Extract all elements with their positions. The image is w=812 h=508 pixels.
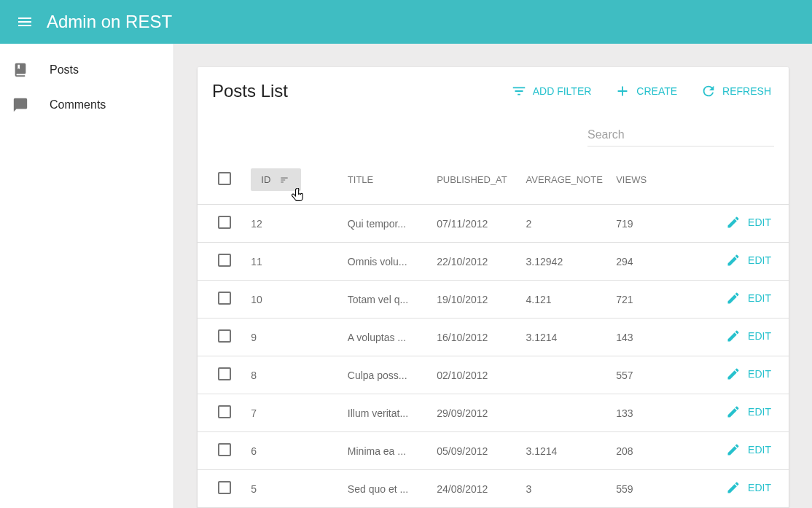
cell-views: 719 [616, 218, 633, 230]
pencil-icon [726, 215, 741, 230]
edit-button[interactable]: EDIT [726, 367, 771, 381]
row-checkbox[interactable] [218, 443, 231, 456]
edit-label: EDIT [748, 330, 771, 342]
row-checkbox[interactable] [218, 329, 231, 343]
cell-published-at: 22/10/2012 [437, 256, 488, 267]
edit-label: EDIT [748, 444, 771, 456]
cell-title: Qui tempor... [348, 218, 406, 230]
cell-views: 721 [616, 294, 633, 305]
edit-label: EDIT [748, 406, 771, 418]
table-row[interactable]: 7 Illum veritat... 29/09/2012 133 EDIT [198, 394, 789, 432]
edit-button[interactable]: EDIT [726, 329, 771, 343]
posts-table: ID TITLE PUBLISHED_AT AVERAGE_NOTE VIEWS… [198, 154, 789, 508]
action-label: CREATE [636, 85, 677, 97]
book-icon [12, 61, 29, 79]
cell-title: Sed quo et ... [348, 483, 408, 495]
cell-average-note: 2 [526, 218, 532, 230]
cell-published-at: 16/10/2012 [437, 332, 488, 343]
app-title: Admin on REST [47, 12, 172, 32]
menu-icon [16, 13, 34, 31]
cell-title: Illum veritat... [348, 407, 408, 419]
pencil-icon [726, 405, 741, 419]
row-checkbox[interactable] [218, 254, 231, 267]
cell-title: Omnis volu... [348, 256, 407, 267]
edit-button[interactable]: EDIT [726, 215, 771, 230]
select-all-checkbox[interactable] [218, 172, 231, 185]
card-header: Posts List ADD FILTER CREATE REFRESH [198, 67, 789, 109]
cell-average-note: 3 [526, 483, 532, 495]
row-checkbox[interactable] [218, 481, 231, 494]
message-icon [12, 96, 29, 114]
column-header-select [198, 154, 245, 205]
menu-button[interactable] [7, 4, 42, 39]
edit-button[interactable]: EDIT [726, 405, 771, 419]
edit-label: EDIT [748, 216, 771, 228]
sidebar: Posts Comments [0, 44, 174, 508]
edit-label: EDIT [748, 368, 771, 380]
cell-views: 559 [616, 483, 633, 495]
app-header: Admin on REST [0, 0, 812, 44]
table-row[interactable]: 9 A voluptas ... 16/10/2012 3.1214 143 E… [198, 319, 789, 356]
edit-button[interactable]: EDIT [726, 442, 771, 457]
pencil-icon [726, 253, 741, 267]
row-checkbox[interactable] [218, 216, 231, 229]
cell-id: 7 [251, 407, 257, 419]
sort-icon [278, 175, 291, 185]
cell-published-at: 07/11/2012 [437, 218, 488, 230]
action-label: ADD FILTER [533, 85, 592, 97]
cell-published-at: 24/08/2012 [437, 483, 488, 495]
search-input[interactable] [587, 124, 774, 146]
table-row[interactable]: 6 Minima ea ... 05/09/2012 3.1214 208 ED… [198, 432, 789, 470]
cell-views: 208 [616, 445, 633, 457]
create-button[interactable]: CREATE [612, 79, 680, 103]
cell-average-note: 3.12942 [526, 256, 563, 267]
cell-title: A voluptas ... [348, 332, 406, 343]
table-row[interactable]: 8 Culpa poss... 02/10/2012 557 EDIT [198, 356, 789, 394]
column-header-views[interactable]: VIEWS [610, 154, 699, 205]
column-label: ID [261, 174, 270, 185]
edit-button[interactable]: EDIT [726, 253, 771, 267]
sidebar-item-label: Comments [50, 98, 106, 112]
card-title: Posts List [212, 81, 288, 101]
cell-average-note: 3.1214 [526, 445, 558, 457]
row-checkbox[interactable] [218, 367, 231, 380]
row-checkbox[interactable] [218, 405, 231, 418]
filter-list-icon [511, 83, 527, 99]
column-header-average-note[interactable]: AVERAGE_NOTE [520, 154, 611, 205]
refresh-icon [700, 83, 717, 99]
cell-title: Culpa poss... [348, 370, 407, 381]
cell-id: 9 [251, 332, 257, 343]
cell-views: 294 [616, 256, 633, 267]
column-header-published-at[interactable]: PUBLISHED_AT [431, 154, 520, 205]
pencil-icon [726, 442, 741, 457]
cell-title: Minima ea ... [348, 445, 406, 457]
cell-published-at: 29/09/2012 [437, 407, 488, 419]
cell-id: 10 [251, 294, 262, 305]
cell-id: 11 [251, 256, 262, 267]
cell-average-note: 3.1214 [526, 332, 558, 343]
search-row [198, 109, 789, 154]
column-header-edit [700, 154, 789, 205]
cell-title: Totam vel q... [348, 294, 408, 305]
row-checkbox[interactable] [218, 292, 231, 305]
sidebar-item-posts[interactable]: Posts [0, 52, 173, 87]
column-header-id[interactable]: ID [245, 154, 342, 205]
sidebar-item-comments[interactable]: Comments [0, 87, 173, 122]
pencil-icon [726, 367, 741, 381]
table-row[interactable]: 12 Qui tempor... 07/11/2012 2 719 EDIT [198, 205, 789, 243]
edit-button[interactable]: EDIT [726, 480, 771, 495]
cell-published-at: 19/10/2012 [437, 294, 488, 305]
cell-views: 557 [616, 370, 633, 381]
table-row[interactable]: 11 Omnis volu... 22/10/2012 3.12942 294 … [198, 243, 789, 281]
posts-card: Posts List ADD FILTER CREATE REFRESH [198, 67, 789, 508]
main-content: Posts List ADD FILTER CREATE REFRESH [174, 44, 812, 508]
table-row[interactable]: 10 Totam vel q... 19/10/2012 4.121 721 E… [198, 281, 789, 319]
sidebar-item-label: Posts [50, 63, 79, 77]
cell-id: 5 [251, 483, 257, 495]
table-row[interactable]: 5 Sed quo et ... 24/08/2012 3 559 EDIT [198, 470, 789, 508]
refresh-button[interactable]: REFRESH [698, 79, 774, 103]
cell-published-at: 05/09/2012 [437, 445, 488, 457]
add-filter-button[interactable]: ADD FILTER [508, 79, 595, 103]
edit-button[interactable]: EDIT [726, 291, 771, 305]
column-header-title[interactable]: TITLE [342, 154, 431, 205]
